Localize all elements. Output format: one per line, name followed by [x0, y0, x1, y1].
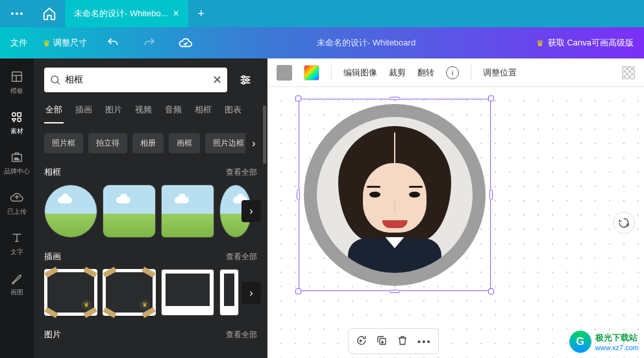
rail-label: 素材	[10, 127, 23, 136]
resize-handle[interactable]	[295, 96, 301, 101]
see-all-photo[interactable]: 查看全部	[226, 329, 257, 340]
svg-point-16	[242, 76, 245, 79]
resize-handle[interactable]	[488, 288, 494, 294]
svg-point-2	[20, 12, 23, 15]
svg-text:+: +	[360, 339, 362, 342]
close-icon[interactable]: ×	[173, 8, 179, 19]
cloud-sync-icon[interactable]	[175, 32, 196, 53]
crop-button[interactable]: 裁剪	[389, 67, 406, 79]
svg-point-17	[246, 79, 249, 81]
chip-photo-frame[interactable]: 照片框	[44, 133, 83, 153]
svg-point-18	[242, 82, 245, 84]
svg-point-8	[18, 118, 21, 121]
sidebar-item-draw[interactable]: 画图	[1, 265, 32, 301]
scrollbar[interactable]	[263, 105, 266, 164]
section-title-frames: 相框	[44, 166, 61, 178]
crown-icon: ♛	[43, 38, 51, 48]
color-picker-button[interactable]	[304, 65, 319, 81]
info-icon[interactable]: i	[446, 66, 459, 79]
resize-handle[interactable]	[297, 190, 300, 200]
clear-icon[interactable]: ✕	[212, 73, 222, 87]
resize-menu[interactable]: ♛ 调整尺寸	[43, 37, 87, 49]
filter-chips: 照片框 拍立得 相册 画框 照片边框 ›	[34, 124, 267, 162]
rotate-button[interactable]	[613, 212, 635, 234]
sidebar-item-text[interactable]: 文字	[1, 225, 32, 261]
svg-line-12	[57, 82, 60, 84]
transparency-button[interactable]	[622, 66, 635, 79]
redo-button[interactable]	[139, 32, 160, 53]
crown-icon: ♛	[140, 300, 150, 310]
section-title-photo: 图片	[44, 329, 61, 340]
duplicate-button[interactable]: +	[376, 335, 388, 348]
chip-picture-frame[interactable]: 画框	[169, 133, 200, 153]
tab-all[interactable]: 全部	[44, 99, 64, 123]
resize-handle[interactable]	[390, 290, 400, 293]
home-button[interactable]	[34, 0, 65, 27]
illus-thumb-tape[interactable]: ♛	[103, 269, 156, 316]
illus-thumb-polaroid[interactable]	[219, 269, 239, 316]
sidebar-item-brand[interactable]: co. 品牌中心	[1, 144, 32, 181]
edit-image-button[interactable]: 编辑图像	[343, 67, 377, 79]
position-button[interactable]: 调整位置	[483, 67, 517, 79]
see-all-frames[interactable]: 查看全部	[226, 167, 257, 178]
comment-button[interactable]: +	[355, 335, 367, 348]
delete-button[interactable]	[397, 335, 408, 348]
tab-photo[interactable]: 图片	[104, 99, 123, 123]
watermark-logo-icon: G	[569, 331, 591, 353]
chevron-right-icon[interactable]: ›	[242, 282, 261, 304]
new-tab-button[interactable]: +	[188, 0, 214, 27]
resize-label: 调整尺寸	[53, 37, 87, 49]
undo-button[interactable]	[103, 32, 123, 53]
resize-handle[interactable]	[295, 288, 301, 294]
sidebar-rail: 模板 素材 co. 品牌中心 已上传 文字 画图	[0, 58, 34, 358]
text-icon	[9, 230, 25, 246]
svg-rect-7	[18, 112, 21, 116]
chip-album[interactable]: 相册	[132, 133, 164, 153]
elements-icon	[9, 109, 25, 125]
tab-illustration[interactable]: 插画	[74, 99, 93, 123]
floating-toolbar: + + •••	[348, 328, 439, 354]
resize-handle[interactable]	[390, 97, 400, 100]
rail-label: 已上传	[7, 207, 27, 216]
more-icon[interactable]: •••	[417, 336, 432, 347]
svg-point-6	[12, 112, 16, 116]
frame-thumb-rounded[interactable]	[103, 185, 156, 238]
resize-handle[interactable]	[489, 190, 493, 200]
search-input-wrapper[interactable]: ✕	[44, 68, 227, 92]
window-menu-button[interactable]	[0, 0, 34, 27]
upgrade-button[interactable]: ♛ 获取 Canva可画高级版	[536, 37, 634, 49]
sidebar-item-elements[interactable]: 素材	[1, 104, 32, 140]
resize-handle[interactable]	[488, 96, 494, 101]
svg-text:co.: co.	[14, 156, 19, 160]
search-input[interactable]	[65, 75, 208, 85]
flip-button[interactable]: 翻转	[417, 67, 434, 79]
crown-icon: ♛	[536, 38, 544, 48]
chevron-right-icon[interactable]: ›	[242, 200, 261, 222]
rail-label: 模板	[10, 86, 23, 96]
canvas[interactable]: + + ••• G 极光下载站 www.xz7.com	[267, 87, 644, 358]
sidebar-item-templates[interactable]: 模板	[1, 64, 32, 100]
svg-text:+: +	[381, 339, 384, 343]
chevron-right-icon[interactable]: ›	[245, 134, 262, 153]
tab-active[interactable]: 未命名的设计- Whitebo... ×	[65, 0, 188, 27]
document-title[interactable]: 未命名的设计- Whiteboard	[196, 37, 536, 49]
sidebar-item-uploads[interactable]: 已上传	[1, 185, 32, 221]
rail-label: 画图	[10, 288, 23, 297]
frame-thumb-square[interactable]	[161, 185, 214, 238]
illus-thumb-tape[interactable]: ♛	[44, 269, 97, 316]
fill-color-swatch[interactable]	[277, 65, 292, 81]
see-all-illustration[interactable]: 查看全部	[226, 251, 257, 262]
tab-video[interactable]: 视频	[134, 99, 153, 123]
watermark: G 极光下载站 www.xz7.com	[569, 331, 639, 353]
file-menu[interactable]: 文件	[10, 37, 27, 49]
filter-button[interactable]	[234, 68, 257, 92]
tab-audio[interactable]: 音频	[164, 99, 183, 123]
tab-frame[interactable]: 相框	[193, 99, 213, 123]
upload-icon	[9, 190, 25, 205]
chip-polaroid[interactable]: 拍立得	[88, 133, 127, 153]
tab-chart[interactable]: 图表	[223, 99, 243, 123]
illus-thumb-polaroid[interactable]	[161, 269, 214, 316]
selected-element[interactable]	[299, 99, 491, 291]
frame-thumb-circle[interactable]	[44, 185, 97, 238]
watermark-name: 极光下载站	[595, 332, 639, 344]
